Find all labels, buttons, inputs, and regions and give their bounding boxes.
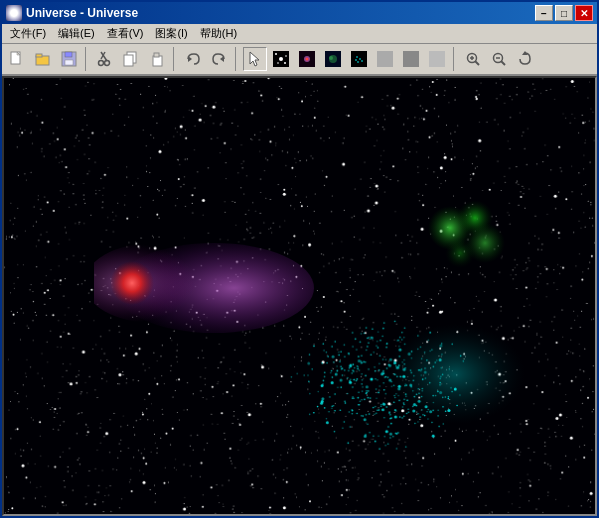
open-button[interactable] xyxy=(31,47,55,71)
svg-rect-30 xyxy=(351,51,367,67)
tool-star2[interactable] xyxy=(295,47,319,71)
svg-point-21 xyxy=(285,55,287,57)
close-button[interactable]: ✕ xyxy=(575,5,593,21)
svg-point-19 xyxy=(279,57,283,61)
svg-point-53 xyxy=(445,238,475,268)
menu-patterns[interactable]: 图案(I) xyxy=(149,24,193,43)
refresh-button[interactable] xyxy=(513,47,537,71)
svg-point-23 xyxy=(284,62,286,64)
window-controls: − □ ✕ xyxy=(535,5,593,21)
menubar: 文件(F) 编辑(E) 查看(V) 图案(I) 帮助(H) xyxy=(2,24,597,44)
svg-point-49 xyxy=(110,261,154,305)
svg-rect-3 xyxy=(36,54,42,57)
svg-point-20 xyxy=(275,53,277,55)
separator-4 xyxy=(453,47,457,71)
svg-point-35 xyxy=(356,56,358,58)
menu-file[interactable]: 文件(F) xyxy=(4,24,52,43)
maximize-button[interactable]: □ xyxy=(555,5,573,21)
undo-button[interactable] xyxy=(181,47,205,71)
svg-point-32 xyxy=(359,58,361,60)
svg-rect-38 xyxy=(429,51,445,67)
svg-line-44 xyxy=(501,61,505,65)
app-icon xyxy=(6,5,22,21)
redo-button[interactable] xyxy=(207,47,231,71)
menu-help[interactable]: 帮助(H) xyxy=(194,24,243,43)
titlebar: Universe - Universe − □ ✕ xyxy=(2,2,597,24)
paste-button[interactable] xyxy=(145,47,169,71)
menu-edit[interactable]: 编辑(E) xyxy=(52,24,101,43)
svg-marker-16 xyxy=(220,56,224,62)
tool-cluster[interactable] xyxy=(347,47,371,71)
separator-3 xyxy=(235,47,239,71)
svg-rect-37 xyxy=(403,51,419,67)
save-button[interactable] xyxy=(57,47,81,71)
svg-rect-12 xyxy=(124,55,133,66)
svg-marker-17 xyxy=(250,52,259,66)
svg-point-22 xyxy=(277,62,279,64)
tool-star1[interactable] xyxy=(269,47,293,71)
svg-rect-14 xyxy=(154,53,159,57)
svg-point-29 xyxy=(329,56,333,60)
tool-gray3[interactable] xyxy=(425,47,449,71)
separator-1 xyxy=(85,47,89,71)
svg-marker-15 xyxy=(188,56,192,62)
zoom-in-button[interactable] xyxy=(461,47,485,71)
tool-gray2[interactable] xyxy=(399,47,423,71)
svg-rect-36 xyxy=(377,51,393,67)
red-nebula xyxy=(94,233,314,333)
svg-point-34 xyxy=(361,60,363,62)
tool-gray1[interactable] xyxy=(373,47,397,71)
svg-rect-5 xyxy=(65,52,72,57)
svg-point-10 xyxy=(105,61,110,66)
svg-point-33 xyxy=(357,61,359,63)
minimize-button[interactable]: − xyxy=(535,5,553,21)
svg-point-31 xyxy=(355,59,357,61)
main-window: Universe - Universe − □ ✕ 文件(F) 编辑(E) 查看… xyxy=(0,0,599,518)
copy-button[interactable] xyxy=(119,47,143,71)
svg-rect-6 xyxy=(65,60,73,65)
cursor-tool[interactable] xyxy=(243,47,267,71)
svg-point-54 xyxy=(385,324,525,424)
separator-2 xyxy=(173,47,177,71)
tool-nebula[interactable] xyxy=(321,47,345,71)
cyan-cluster xyxy=(375,314,535,434)
new-button[interactable] xyxy=(5,47,29,71)
toolbar xyxy=(2,44,597,76)
universe-canvas[interactable] xyxy=(2,76,597,516)
svg-point-26 xyxy=(306,58,309,61)
window-title: Universe - Universe xyxy=(26,6,535,20)
green-nebula xyxy=(425,198,515,278)
menu-view[interactable]: 查看(V) xyxy=(101,24,150,43)
svg-line-40 xyxy=(475,61,479,65)
zoom-out-button[interactable] xyxy=(487,47,511,71)
svg-point-9 xyxy=(99,61,104,66)
cut-button[interactable] xyxy=(93,47,117,71)
